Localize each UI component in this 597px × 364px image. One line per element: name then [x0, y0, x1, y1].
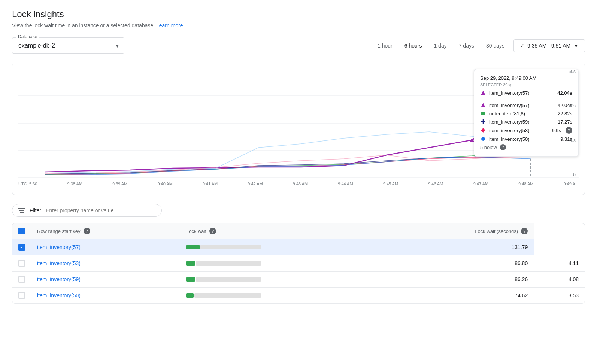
tooltip-selected-label: SELECTED 20s↑ — [480, 82, 572, 87]
legend-value-3: 9.9s — [552, 128, 561, 133]
chart-x-labels: UTC+5:30 9:38 AM 9:39 AM 9:40 AM 9:41 AM… — [18, 180, 579, 186]
filter-input[interactable] — [46, 207, 155, 213]
page-title: Lock insights — [12, 9, 585, 19]
legend-name-1: order_item(81,8) — [489, 111, 525, 116]
row2-name-link[interactable]: item_inventory(53) — [37, 260, 81, 266]
legend-icon-purple-triangle — [480, 102, 486, 108]
filter-icon — [18, 207, 25, 213]
svg-point-14 — [481, 137, 485, 141]
row3-seconds-cell: 86.26 — [379, 272, 534, 288]
tooltip-legend-item-4: item_inventory(50) 9.31s — [480, 136, 572, 142]
x-label-938: 9:38 AM — [67, 182, 82, 186]
chart-container: 60s 40s 20s 0 — [18, 69, 579, 189]
time-btn-1hour[interactable]: 1 hour — [375, 40, 396, 51]
legend-icon-pink-diamond — [480, 127, 486, 133]
legend-icon-green-square — [480, 110, 486, 116]
table-row: item_inventory(57) 131.79 — [12, 239, 585, 255]
tooltip-legend-item-3: item_inventory(53) 9.9s ? — [480, 127, 572, 134]
x-label-941: 9:41 AM — [203, 182, 218, 186]
table-row: item_inventory(59) 86.26 4.08 — [12, 272, 585, 288]
page-subtitle: View the lock wait time in an instance o… — [12, 22, 585, 28]
legend-name-4: item_inventory(50) — [489, 136, 530, 142]
x-label-939: 9:39 AM — [112, 182, 127, 186]
legend-value-0: 42.04s — [558, 103, 572, 108]
time-btn-30days[interactable]: 30 days — [483, 40, 507, 51]
tooltip-below: 5 below ? — [480, 144, 572, 150]
row2-seconds-cell: 86.80 — [379, 255, 534, 272]
time-range-label: 9:35 AM - 9:51 AM — [527, 43, 570, 49]
x-label-943: 9:43 AM — [293, 182, 308, 186]
row3-seconds-value: 86.26 — [515, 276, 528, 282]
row1-lockbar-cell — [180, 239, 379, 255]
legend-name-3: item_inventory(53) — [489, 128, 530, 133]
row2-lockbar-cell — [180, 255, 379, 272]
row1-name-link[interactable]: item_inventory(57) — [37, 244, 81, 250]
header-checkbox[interactable] — [18, 228, 25, 234]
help-icon-3: ? — [566, 127, 572, 134]
row1-checkbox-cell — [12, 239, 31, 255]
row4-checkbox[interactable] — [18, 292, 25, 299]
header-lock-wait-seconds-label: Lock wait (seconds) — [475, 228, 518, 234]
filter-bar[interactable]: Filter — [12, 204, 162, 217]
legend-name-0: item_inventory(57) — [489, 103, 530, 108]
row2-bar-filled — [186, 261, 195, 266]
database-label: Database — [16, 34, 39, 39]
row1-seconds-cell: 131.79 — [379, 239, 534, 255]
row3-name-link[interactable]: item_inventory(59) — [37, 276, 81, 282]
tooltip-selected-val: 20s↑ — [503, 82, 512, 87]
x-label-945: 9:45 AM — [383, 182, 398, 186]
database-selector: Database example-db-2 example-db-1 examp… — [12, 37, 124, 54]
row4-checkbox-cell — [12, 288, 31, 304]
x-label-948: 9:48 AM — [518, 182, 533, 186]
time-range-button[interactable]: ✓ 9:35 AM - 9:51 AM ▼ — [513, 39, 585, 52]
row3-lock-bar — [186, 277, 261, 282]
svg-marker-8 — [481, 91, 485, 95]
row3-checkbox-cell — [12, 272, 31, 288]
row3-name-cell: item_inventory(59) — [31, 272, 180, 288]
help-icon-lock-wait-seconds: ? — [521, 228, 528, 234]
database-select-input[interactable]: example-db-2 example-db-1 example-db-3 — [12, 37, 124, 54]
row2-checkbox-cell — [12, 255, 31, 272]
table-header-row: Row range start key ? Lock wait ? Lock w… — [12, 223, 585, 239]
row2-seconds-value: 86.80 — [515, 260, 528, 266]
row3-extra-cell: 4.08 — [534, 272, 585, 288]
time-btn-1day[interactable]: 1 day — [431, 40, 449, 51]
row2-lock-bar — [186, 261, 261, 266]
header-row-range: Row range start key ? — [31, 223, 180, 239]
row1-bar-empty — [200, 245, 261, 249]
row4-seconds-value: 74.62 — [515, 292, 528, 298]
x-label-946: 9:46 AM — [428, 182, 443, 186]
tooltip-legend-item-2: item_inventory(59) 17.27s — [480, 119, 572, 125]
row1-checkbox[interactable] — [18, 244, 25, 251]
tooltip-main-value: 42.04s — [557, 90, 572, 96]
legend-icon-blue-circle — [480, 136, 486, 142]
chart-section: 60s 40s 20s 0 — [12, 63, 585, 195]
x-label-947: 9:47 AM — [473, 182, 488, 186]
row4-name-link[interactable]: item_inventory(50) — [37, 292, 81, 298]
time-btn-6hours[interactable]: 6 hours — [401, 40, 425, 51]
x-label-942: 9:42 AM — [248, 182, 263, 186]
row3-checkbox[interactable] — [18, 276, 25, 283]
tooltip-main-name: item_inventory(57) — [489, 90, 530, 96]
header-lock-wait: Lock wait ? — [180, 223, 379, 239]
chevron-down-icon: ▼ — [573, 43, 579, 49]
lock-insights-table: Row range start key ? Lock wait ? Lock w… — [12, 223, 585, 303]
legend-value-2: 17.27s — [558, 119, 572, 125]
tooltip-legend-item-0: item_inventory(57) 42.04s — [480, 102, 572, 108]
row1-name-cell: item_inventory(57) — [31, 239, 180, 255]
time-controls: 1 hour 6 hours 1 day 7 days 30 days ✓ 9:… — [375, 39, 585, 52]
time-btn-7days[interactable]: 7 days — [456, 40, 477, 51]
check-icon: ✓ — [520, 43, 524, 49]
legend-icon-navy-cross — [480, 119, 486, 125]
row2-checkbox[interactable] — [18, 260, 25, 267]
learn-more-link[interactable]: Learn more — [156, 22, 183, 28]
header-row-range-label: Row range start key — [37, 228, 81, 234]
row1-lock-bar — [186, 245, 261, 249]
row4-seconds-cell: 74.62 — [379, 288, 534, 304]
row3-bar-filled — [186, 277, 195, 282]
svg-marker-13 — [481, 128, 485, 133]
help-icon-row-range: ? — [84, 228, 90, 234]
row1-bar-filled — [186, 245, 200, 249]
row3-bar-empty — [196, 277, 261, 282]
filter-label: Filter — [30, 207, 41, 213]
